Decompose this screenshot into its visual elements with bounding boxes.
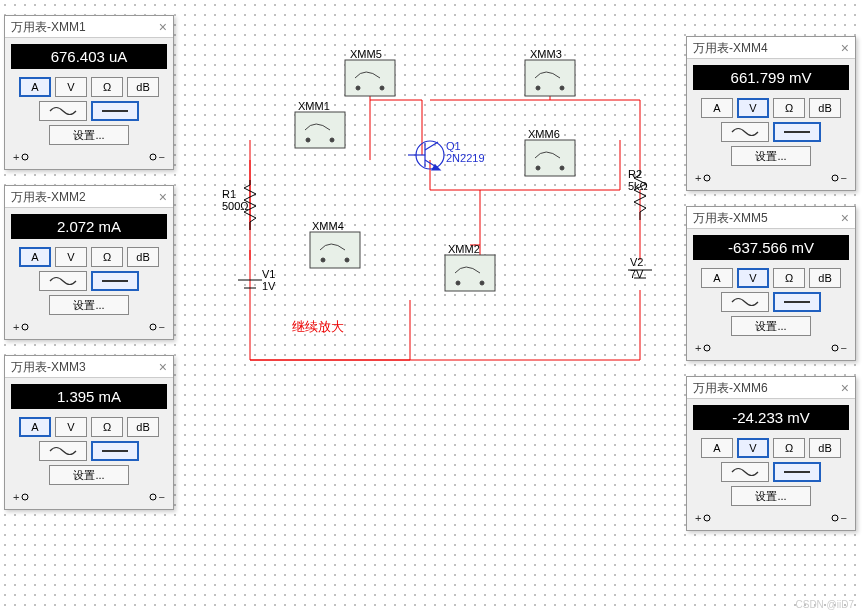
wave-dc-button[interactable] [91, 441, 139, 461]
mode-ohm-button[interactable]: Ω [91, 417, 123, 437]
multimeter-display: 2.072 mA [11, 214, 167, 239]
svg-point-21 [560, 86, 564, 90]
svg-point-16 [306, 138, 310, 142]
close-icon[interactable]: × [841, 37, 849, 59]
svg-point-24 [456, 281, 460, 285]
multimeter-title: 万用表-XMM2 [11, 186, 86, 208]
close-icon[interactable]: × [159, 356, 167, 378]
label-v2v: 7V [630, 268, 643, 280]
workspace: XMM1 XMM5 XMM3 XMM4 XMM2 XMM6 R1 500Ω R2… [0, 0, 862, 614]
close-icon[interactable]: × [841, 207, 849, 229]
svg-point-45 [832, 515, 838, 521]
mode-db-button[interactable]: dB [127, 247, 159, 267]
wave-ac-button[interactable] [721, 122, 769, 142]
mode-a-button[interactable]: A [19, 417, 51, 437]
mode-db-button[interactable]: dB [809, 268, 841, 288]
multimeter-titlebar[interactable]: 万用表-XMM5 × [687, 207, 855, 229]
multimeter-display: 676.403 uA [11, 44, 167, 69]
mode-v-button[interactable]: V [55, 77, 87, 97]
close-icon[interactable]: × [159, 16, 167, 38]
mode-ohm-button[interactable]: Ω [773, 268, 805, 288]
settings-button[interactable]: 设置... [49, 125, 129, 145]
mode-ohm-button[interactable]: Ω [773, 98, 805, 118]
multimeter-xmm2[interactable]: 万用表-XMM2 × 2.072 mA A V Ω dB 设置... + − [4, 185, 174, 340]
port-plus: + [695, 342, 711, 354]
svg-point-36 [150, 494, 156, 500]
mode-db-button[interactable]: dB [127, 417, 159, 437]
sine-icon [48, 276, 78, 286]
multimeter-ports: + − [687, 510, 855, 530]
mode-a-button[interactable]: A [701, 98, 733, 118]
settings-button[interactable]: 设置... [731, 316, 811, 336]
mode-a-button[interactable]: A [19, 77, 51, 97]
settings-button[interactable]: 设置... [731, 146, 811, 166]
wave-dc-button[interactable] [91, 101, 139, 121]
settings-button[interactable]: 设置... [49, 295, 129, 315]
multimeter-xmm6[interactable]: 万用表-XMM6 × -24.233 mV A V Ω dB 设置... + − [686, 376, 856, 531]
svg-point-27 [560, 166, 564, 170]
wave-dc-button[interactable] [773, 462, 821, 482]
port-plus: + [13, 321, 29, 333]
dc-icon [100, 276, 130, 286]
svg-rect-11 [345, 60, 395, 96]
mode-a-button[interactable]: A [701, 438, 733, 458]
multimeter-ports: + − [5, 489, 173, 509]
multimeter-titlebar[interactable]: 万用表-XMM6 × [687, 377, 855, 399]
circuit-canvas: XMM1 XMM5 XMM3 XMM4 XMM2 XMM6 R1 500Ω R2… [180, 0, 680, 520]
settings-button[interactable]: 设置... [49, 465, 129, 485]
label-xmm4: XMM4 [312, 220, 344, 232]
mode-v-button[interactable]: V [737, 438, 769, 458]
label-r2: R2 [628, 168, 642, 180]
wave-ac-button[interactable] [39, 101, 87, 121]
wave-dc-button[interactable] [773, 122, 821, 142]
port-minus: − [831, 342, 847, 354]
mode-db-button[interactable]: dB [809, 98, 841, 118]
mode-ohm-button[interactable]: Ω [91, 77, 123, 97]
mode-v-button[interactable]: V [55, 247, 87, 267]
multimeter-titlebar[interactable]: 万用表-XMM1 × [5, 16, 173, 38]
label-xmm1: XMM1 [298, 100, 330, 112]
wave-dc-button[interactable] [773, 292, 821, 312]
mode-db-button[interactable]: dB [127, 77, 159, 97]
svg-point-42 [832, 345, 838, 351]
wave-ac-button[interactable] [721, 292, 769, 312]
label-note: 继续放大 [292, 318, 344, 336]
multimeter-titlebar[interactable]: 万用表-XMM4 × [687, 37, 855, 59]
close-icon[interactable]: × [159, 186, 167, 208]
label-v1v: 1V [262, 280, 275, 292]
port-plus: + [13, 491, 29, 503]
multimeter-display: -24.233 mV [693, 405, 849, 430]
label-q1v: 2N2219 [446, 152, 485, 164]
multimeter-xmm1[interactable]: 万用表-XMM1 × 676.403 uA A V Ω dB 设置... + − [4, 15, 174, 170]
multimeter-titlebar[interactable]: 万用表-XMM2 × [5, 186, 173, 208]
mode-v-button[interactable]: V [55, 417, 87, 437]
multimeter-title: 万用表-XMM4 [693, 37, 768, 59]
svg-point-18 [356, 86, 360, 90]
svg-point-39 [832, 175, 838, 181]
mode-a-button[interactable]: A [701, 268, 733, 288]
mode-ohm-button[interactable]: Ω [91, 247, 123, 267]
wave-dc-button[interactable] [91, 271, 139, 291]
mode-ohm-button[interactable]: Ω [773, 438, 805, 458]
mode-a-button[interactable]: A [19, 247, 51, 267]
svg-point-23 [345, 258, 349, 262]
label-r1v: 500Ω [222, 200, 249, 212]
wave-ac-button[interactable] [39, 441, 87, 461]
port-minus: − [149, 321, 165, 333]
wave-ac-button[interactable] [721, 462, 769, 482]
multimeter-xmm4[interactable]: 万用表-XMM4 × 661.799 mV A V Ω dB 设置... + − [686, 36, 856, 191]
wave-ac-button[interactable] [39, 271, 87, 291]
mode-v-button[interactable]: V [737, 268, 769, 288]
mode-db-button[interactable]: dB [809, 438, 841, 458]
mode-v-button[interactable]: V [737, 98, 769, 118]
settings-button[interactable]: 设置... [731, 486, 811, 506]
multimeter-titlebar[interactable]: 万用表-XMM3 × [5, 356, 173, 378]
multimeter-xmm5[interactable]: 万用表-XMM5 × -637.566 mV A V Ω dB 设置... + … [686, 206, 856, 361]
close-icon[interactable]: × [841, 377, 849, 399]
label-q1: Q1 [446, 140, 461, 152]
port-minus: − [149, 491, 165, 503]
sine-icon [730, 127, 760, 137]
multimeter-display: 1.395 mA [11, 384, 167, 409]
multimeter-title: 万用表-XMM5 [693, 207, 768, 229]
multimeter-xmm3[interactable]: 万用表-XMM3 × 1.395 mA A V Ω dB 设置... + − [4, 355, 174, 510]
